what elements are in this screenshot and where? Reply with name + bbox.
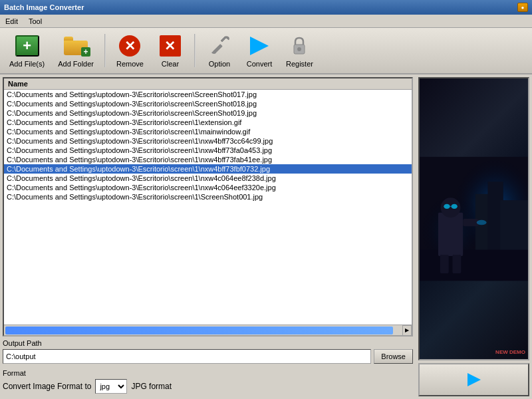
preview-area: NEW DEMO [418,77,529,360]
svg-rect-17 [440,255,449,273]
horizontal-scrollbar[interactable]: ▶ [4,325,412,335]
file-list-item[interactable]: C:\Documents and Settings\uptodown-3\Esc… [4,146,412,155]
browse-button[interactable]: Browse [374,349,413,364]
remove-label: Remove [116,60,144,68]
toolbar-separator-2 [194,34,196,67]
add-folder-label: Add Folder [58,60,94,68]
format-section: Format Convert Image Format to jpgpngbmp… [3,366,413,396]
window-title: Batch Image Converter [4,3,84,11]
title-bar: Batch Image Converter ● [0,0,532,15]
file-list-item[interactable]: C:\Documents and Settings\uptodown-3\Esc… [4,174,412,183]
horizontal-scrollbar-thumb[interactable] [5,327,393,334]
scroll-right-button[interactable]: ▶ [402,325,412,336]
svg-rect-10 [438,213,463,256]
convert-large-button[interactable] [418,363,529,396]
main-content: Name C:\Documents and Settings\uptodown-… [0,74,532,399]
preview-overlay-text: NEW DEMO [495,349,525,355]
file-list-item[interactable]: C:\Documents and Settings\uptodown-3\Esc… [4,127,412,136]
svg-point-12 [444,204,450,209]
register-icon-area [286,34,313,58]
add-files-icon-area: + [14,34,41,58]
preview-image: NEW DEMO [420,78,528,359]
output-path-label: Output Path [3,339,413,347]
add-files-label: Add File(s) [9,60,45,68]
file-list-section: Name C:\Documents and Settings\uptodown-… [3,77,413,336]
toolbar-separator-1 [104,34,106,67]
menu-bar: Edit Tool [0,15,532,28]
option-button[interactable]: Option [201,31,238,70]
add-folder-icon-area: + [63,34,89,58]
file-list-item[interactable]: C:\Documents and Settings\uptodown-3\Esc… [4,192,412,201]
format-label: Format [3,369,413,377]
format-select[interactable]: jpgpngbmpgiftiff [95,379,127,394]
svg-point-16 [477,220,487,225]
svg-rect-18 [452,255,461,273]
preview-svg [420,78,528,359]
clear-label: Clear [162,60,179,68]
add-files-button[interactable]: + Add File(s) [4,31,50,70]
wrench-icon [209,35,230,57]
convert-button[interactable]: Convert [241,31,278,70]
add-folder-button[interactable]: + Add Folder [53,31,99,70]
format-convert-label: Convert Image Format to [3,382,91,391]
svg-point-2 [297,47,301,51]
output-section: Output Path Browse [3,336,413,366]
convert-label: Convert [247,60,273,68]
output-path-input[interactable] [3,349,371,364]
remove-icon: ✕ [119,35,140,57]
format-description: JPG format [131,382,172,391]
remove-icon-area: ✕ [116,34,143,58]
file-list-header: Name [4,78,412,90]
file-list-item[interactable]: C:\Documents and Settings\uptodown-3\Esc… [4,90,412,99]
menu-edit[interactable]: Edit [3,17,21,26]
file-list-column-name: Name [8,80,28,88]
output-path-row: Browse [3,349,413,364]
file-list-item[interactable]: C:\Documents and Settings\uptodown-3\Esc… [4,164,412,174]
convert-arrow-icon [247,35,272,57]
close-button[interactable]: ● [517,3,528,12]
add-folder-icon: + [64,37,88,55]
option-icon-area [206,34,233,58]
menu-tool[interactable]: Tool [26,17,45,26]
remove-button[interactable]: ✕ Remove [111,31,149,70]
clear-icon: ✕ [160,35,181,57]
convert-large-arrow-icon [467,373,481,386]
file-list-item[interactable]: C:\Documents and Settings\uptodown-3\Esc… [4,155,412,164]
left-panel: Name C:\Documents and Settings\uptodown-… [0,74,416,399]
option-label: Option [209,60,230,68]
clear-icon-area: ✕ [157,34,184,58]
right-panel: NEW DEMO [416,74,532,399]
toolbar: + Add File(s) + Add Folder ✕ Remove ✕ Cl… [0,28,532,74]
register-button[interactable]: Register [281,31,319,70]
file-list-item[interactable]: C:\Documents and Settings\uptodown-3\Esc… [4,108,412,118]
file-list-item[interactable]: C:\Documents and Settings\uptodown-3\Esc… [4,99,412,108]
clear-button[interactable]: ✕ Clear [152,31,189,70]
window-controls: ● [517,3,528,12]
file-list-body[interactable]: C:\Documents and Settings\uptodown-3\Esc… [4,90,412,325]
lock-icon [290,35,309,57]
svg-point-11 [441,198,461,217]
register-label: Register [286,60,313,68]
svg-point-13 [452,204,458,209]
convert-icon-area [246,34,273,58]
file-list-item[interactable]: C:\Documents and Settings\uptodown-3\Esc… [4,183,412,192]
format-row: Convert Image Format to jpgpngbmpgiftiff… [3,379,413,394]
file-list-item[interactable]: C:\Documents and Settings\uptodown-3\Esc… [4,136,412,146]
add-files-icon: + [15,35,39,57]
svg-rect-9 [420,250,528,281]
file-list-item[interactable]: C:\Documents and Settings\uptodown-3\Esc… [4,118,412,127]
svg-rect-15 [463,219,478,226]
